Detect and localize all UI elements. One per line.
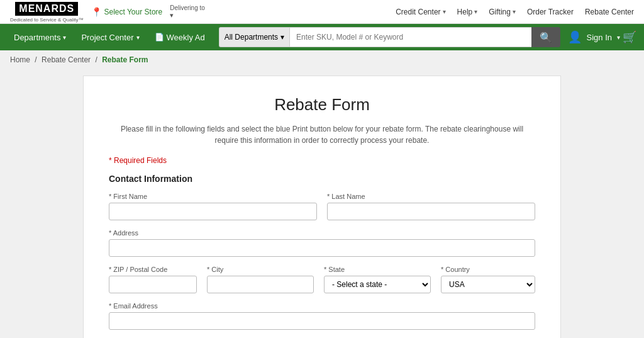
- email-group: * Email Address: [109, 302, 535, 330]
- state-select[interactable]: - Select a state -AlabamaAlaskaArizonaAr…: [324, 276, 431, 293]
- first-name-input[interactable]: [109, 203, 317, 220]
- form-card: Rebate Form Please fill in the following…: [83, 76, 561, 338]
- user-icon: 👤: [568, 30, 582, 44]
- top-bar-left: MENARDS Dedicated to Service & Quality™ …: [10, 1, 205, 23]
- search-input[interactable]: [289, 27, 531, 47]
- zip-group: * ZIP / Postal Code: [109, 266, 197, 293]
- help-label: Help: [457, 8, 473, 16]
- state-group: * State - Select a state -AlabamaAlaskaA…: [324, 266, 431, 293]
- breadcrumb-sep-1: /: [35, 55, 36, 64]
- state-label: * State: [324, 266, 431, 273]
- weekly-ad-label: Weekly Ad: [167, 33, 205, 42]
- required-note: * Required Fields: [109, 156, 535, 165]
- all-departments-dropdown[interactable]: All Departments ▾: [219, 27, 289, 47]
- logo-area: MENARDS Dedicated to Service & Quality™: [10, 1, 84, 23]
- signin-label: Sign In: [587, 33, 612, 42]
- order-tracker-label: Order Tracker: [527, 8, 574, 16]
- all-departments-label: All Departments: [225, 33, 278, 42]
- credit-center-link[interactable]: Credit Center ▾: [396, 8, 445, 16]
- cart-icon[interactable]: 🛒: [623, 30, 636, 44]
- main-content: Rebate Form Please fill in the following…: [0, 69, 644, 338]
- address-row: * Address: [109, 229, 535, 257]
- email-input[interactable]: [109, 312, 535, 330]
- zip-input[interactable]: [109, 276, 197, 293]
- last-name-label: * Last Name: [327, 193, 535, 200]
- zip-label: * ZIP / Postal Code: [109, 266, 197, 273]
- help-chevron: ▾: [474, 8, 477, 15]
- pin-icon: 📍: [91, 7, 102, 17]
- logo-tagline: Dedicated to Service & Quality™: [10, 17, 84, 23]
- contact-info-title: Contact Information: [109, 174, 535, 184]
- breadcrumb: Home / Rebate Center / Rebate Form: [0, 50, 644, 69]
- address-input[interactable]: [109, 239, 535, 257]
- email-label: * Email Address: [109, 302, 535, 310]
- country-select[interactable]: USACanada: [441, 276, 535, 293]
- search-container: All Departments ▾ 🔍: [219, 27, 560, 47]
- breadcrumb-rebate-center[interactable]: Rebate Center: [42, 55, 91, 64]
- weekly-ad-nav[interactable]: 📄 Weekly Ad: [148, 30, 211, 45]
- weekly-ad-icon: 📄: [155, 33, 164, 42]
- city-input[interactable]: [207, 276, 314, 293]
- top-bar-right: Credit Center ▾ Help ▾ Gifting ▾ Order T…: [396, 8, 634, 16]
- gifting-link[interactable]: Gifting ▾: [489, 8, 516, 16]
- breadcrumb-home[interactable]: Home: [10, 55, 30, 64]
- form-title: Rebate Form: [109, 95, 535, 115]
- help-link[interactable]: Help ▾: [457, 8, 478, 16]
- breadcrumb-current: Rebate Form: [102, 55, 148, 64]
- country-group: * Country USACanada: [441, 266, 535, 293]
- city-group: * City: [207, 266, 314, 293]
- top-bar: MENARDS Dedicated to Service & Quality™ …: [0, 0, 644, 24]
- delivering-to: Delivering to ▾: [170, 4, 205, 20]
- all-departments-chevron: ▾: [280, 33, 284, 42]
- rebate-center-label: Rebate Center: [585, 8, 634, 16]
- credit-center-chevron: ▾: [443, 8, 446, 15]
- first-name-label: * First Name: [109, 193, 317, 200]
- gifting-chevron: ▾: [513, 8, 516, 15]
- delivering-chevron: ▾: [170, 11, 205, 20]
- departments-nav[interactable]: Departments ▾: [8, 30, 72, 45]
- departments-label: Departments: [14, 33, 60, 42]
- credit-center-label: Credit Center: [396, 8, 440, 16]
- store-selector[interactable]: 📍 Select Your Store: [91, 7, 163, 17]
- breadcrumb-sep-2: /: [95, 55, 97, 64]
- last-name-input[interactable]: [327, 203, 535, 220]
- country-label: * Country: [441, 266, 535, 273]
- city-label: * City: [207, 266, 314, 273]
- project-center-nav[interactable]: Project Center ▾: [75, 30, 145, 45]
- project-center-chevron: ▾: [136, 34, 140, 41]
- project-center-label: Project Center: [81, 33, 133, 42]
- name-row: * First Name * Last Name: [109, 193, 535, 220]
- delivering-label: Delivering to: [170, 4, 205, 11]
- gifting-label: Gifting: [489, 8, 511, 16]
- email-row: * Email Address: [109, 302, 535, 330]
- address-label: * Address: [109, 229, 535, 237]
- departments-chevron: ▾: [63, 34, 66, 41]
- logo: MENARDS: [14, 1, 79, 17]
- search-button[interactable]: 🔍: [531, 27, 560, 47]
- signin-chevron: ▾: [617, 34, 620, 41]
- address-group: * Address: [109, 229, 535, 257]
- rebate-center-link[interactable]: Rebate Center: [585, 8, 634, 16]
- nav-bar: Departments ▾ Project Center ▾ 📄 Weekly …: [0, 24, 644, 50]
- location-row: * ZIP / Postal Code * City * State - Sel…: [109, 266, 535, 293]
- store-selector-label: Select Your Store: [104, 8, 163, 16]
- last-name-group: * Last Name: [327, 193, 535, 220]
- form-description: Please fill in the following fields and …: [109, 123, 535, 146]
- first-name-group: * First Name: [109, 193, 317, 220]
- signin-area[interactable]: 👤 Sign In ▾: [568, 30, 620, 44]
- order-tracker-link[interactable]: Order Tracker: [527, 8, 574, 16]
